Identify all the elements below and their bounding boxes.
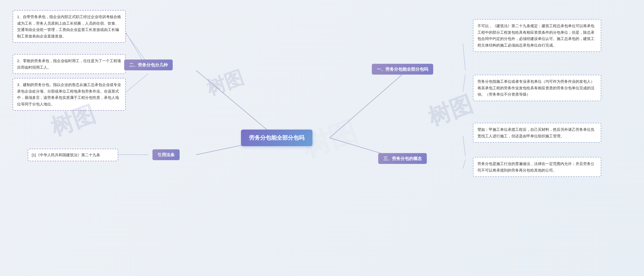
svg-line-12 — [463, 136, 465, 156]
branch-law: 引用法条 — [152, 149, 180, 160]
center-node: 劳务分包能全部分包吗 — [241, 130, 312, 146]
mindmap-canvas: 劳务分包能全部分包吗 二、劳务分包分几种 1、自带劳务承包，指企业内部正式职工经… — [0, 0, 644, 276]
branch-concept: 三、劳务分包的概念 — [378, 153, 427, 164]
text-canall-1: 不可以，《建筑法》第二十九条规定：建筑工程总承包单位可以将承包工程中的部分工程发… — [473, 19, 601, 52]
text-concept-2: 劳务分包是施工行业的普遍做法，法律在一定范围内允许；并且劳务公司不可以将承揽到的… — [473, 157, 601, 177]
branch-labor-types: 二、劳务分包分几种 — [124, 60, 173, 70]
text-labor-type-2: 2、零散的劳务承包，指企业临时用工，往往是为了一个工程项目而临时招用工人。 — [13, 54, 126, 74]
text-labor-type-3: 3、建制的劳务分包。指以企业的形态从施工总承包企业或专业承包企业处分项、分部或单… — [13, 78, 126, 111]
svg-line-11 — [463, 74, 465, 92]
watermark-4: 树图 — [424, 89, 477, 133]
svg-line-8 — [123, 73, 148, 94]
svg-line-13 — [463, 160, 465, 169]
branch-canall: 一、劳务分包能全部分包吗 — [372, 64, 433, 75]
svg-line-10 — [463, 43, 465, 70]
text-law-ref: [1]《中华人民共和国建筑法》第二十九条 — [28, 149, 118, 161]
text-canall-2: 劳务分包指施工单位或者专业承包单位（均可作为劳务作业的发包人）将其承包工程的劳务… — [473, 75, 601, 101]
svg-line-0 — [196, 70, 277, 138]
text-concept-1: 譬如：甲施工单位承揽工程后，自己买材料，然后另外请乙劳务单位负责找工人进行施工，… — [473, 123, 601, 143]
watermark-2: 树图 — [203, 65, 247, 101]
svg-line-2 — [330, 74, 403, 138]
text-labor-type-1: 1、自带劳务承包，指企业内部正式职工经过企业培训考核合格成为工长，劳务人员原则上… — [13, 10, 126, 43]
